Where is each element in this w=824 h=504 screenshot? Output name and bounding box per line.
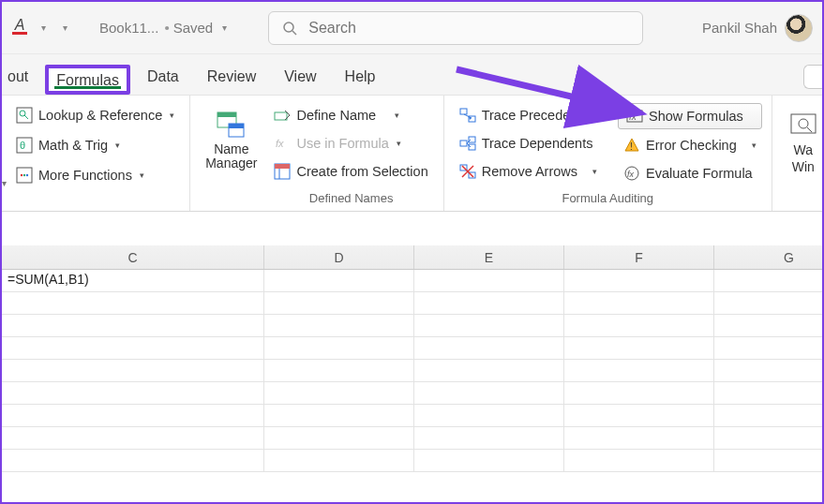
svg-rect-14 — [229, 124, 244, 128]
search-input[interactable] — [308, 20, 629, 37]
trace-dependents-button[interactable]: Trace Dependents — [454, 131, 603, 156]
evaluate-formula-button[interactable]: fx Evaluate Formula — [618, 161, 762, 185]
cell[interactable] — [714, 360, 824, 381]
cell[interactable] — [414, 427, 564, 449]
document-title[interactable]: Book11... Saved ▾ — [99, 19, 231, 37]
cell[interactable] — [714, 450, 824, 471]
watch-window-button[interactable]: Wa Win — [782, 103, 824, 180]
colhead-e[interactable]: E — [414, 245, 564, 269]
remove-arrows-button[interactable]: Remove Arrows ▾ — [454, 159, 603, 184]
svg-text:fx: fx — [627, 170, 635, 179]
cell[interactable] — [414, 450, 564, 471]
svg-rect-20 — [460, 109, 467, 114]
cell[interactable] — [564, 315, 714, 336]
tab-partial-left[interactable]: out — [6, 61, 39, 95]
cell[interactable] — [714, 427, 824, 449]
share-button-partial[interactable] — [803, 65, 822, 89]
search-box[interactable] — [268, 11, 643, 45]
user-name: Pankil Shah — [702, 20, 777, 36]
math-icon: θ — [16, 137, 33, 154]
more-functions-button[interactable]: More Functions▾ — [10, 163, 180, 187]
cell[interactable] — [264, 405, 414, 426]
use-in-formula-button: fx Use in Formula▾ — [268, 131, 433, 156]
cell[interactable] — [264, 315, 414, 336]
user-account[interactable]: Pankil Shah — [702, 14, 813, 42]
svg-point-0 — [284, 22, 293, 32]
tab-help[interactable]: Help — [334, 61, 387, 95]
doc-dropdown[interactable]: ▾ — [218, 19, 231, 37]
font-color-button[interactable]: A — [11, 19, 28, 37]
cell[interactable] — [2, 337, 264, 359]
cell[interactable] — [2, 450, 264, 471]
cell[interactable] — [414, 315, 564, 336]
error-checking-button[interactable]: ! Error Checking ▾ — [618, 133, 762, 157]
cell[interactable] — [264, 270, 414, 291]
cell[interactable] — [564, 450, 714, 471]
cell[interactable] — [2, 292, 264, 314]
define-name-button[interactable]: Define Name ▾ — [268, 103, 433, 127]
cell[interactable] — [2, 405, 264, 426]
svg-text:θ: θ — [20, 140, 25, 151]
svg-rect-39 — [791, 114, 816, 133]
cell[interactable] — [564, 270, 714, 291]
column-headers: C D E F G — [2, 245, 822, 270]
svg-point-9 — [23, 174, 25, 176]
math-trig-button[interactable]: θ Math & Trig▾ — [10, 133, 180, 157]
name-manager-button[interactable]: Name Manager — [200, 103, 262, 207]
cell[interactable] — [564, 360, 714, 381]
tab-formulas[interactable]: Formulas — [45, 65, 130, 95]
cell[interactable] — [564, 427, 714, 449]
group-watch-partial: Wa Win — [772, 96, 824, 211]
svg-text:fx: fx — [629, 111, 637, 122]
grid-row — [2, 315, 822, 337]
cell[interactable] — [414, 270, 564, 291]
cell[interactable] — [714, 315, 824, 336]
cell[interactable] — [414, 337, 564, 359]
qat-customize-dropdown[interactable]: ▾ — [59, 19, 71, 37]
tab-view[interactable]: View — [273, 61, 327, 95]
cell[interactable] — [264, 450, 414, 471]
colhead-d[interactable]: D — [264, 245, 414, 269]
cell[interactable] — [564, 382, 714, 404]
cell[interactable] — [714, 270, 824, 291]
cell[interactable] — [414, 382, 564, 404]
tab-data[interactable]: Data — [136, 61, 190, 95]
cell[interactable] — [264, 427, 414, 449]
lookup-reference-button[interactable]: Lookup & Reference▾ — [10, 103, 180, 127]
use-formula-icon: fx — [274, 135, 291, 152]
font-color-dropdown[interactable]: ▾ — [37, 19, 50, 37]
colhead-f[interactable]: F — [564, 245, 714, 269]
cell[interactable] — [414, 292, 564, 314]
cell[interactable] — [2, 315, 264, 336]
cell[interactable] — [714, 292, 824, 314]
cell[interactable] — [264, 360, 414, 381]
cell[interactable] — [2, 382, 264, 404]
cell[interactable] — [264, 337, 414, 359]
colhead-c[interactable]: C — [2, 245, 264, 269]
cell[interactable] — [414, 405, 564, 426]
cell[interactable]: =SUM(A1,B1) — [2, 270, 264, 291]
quick-access-toolbar: A ▾ ▾ — [11, 19, 71, 37]
cell[interactable] — [564, 405, 714, 426]
cell[interactable] — [264, 292, 414, 314]
cell[interactable] — [714, 382, 824, 404]
cell[interactable] — [2, 427, 264, 449]
cell[interactable] — [714, 405, 824, 426]
cell[interactable] — [2, 360, 264, 381]
svg-rect-15 — [275, 112, 287, 120]
svg-point-10 — [26, 174, 28, 176]
cell[interactable] — [564, 337, 714, 359]
svg-rect-25 — [469, 137, 475, 142]
show-formulas-button[interactable]: fx Show Formulas — [618, 103, 762, 129]
cell[interactable] — [414, 360, 564, 381]
create-from-selection-button[interactable]: Create from Selection — [268, 159, 433, 184]
colhead-g[interactable]: G — [714, 245, 824, 269]
trace-precedents-button[interactable]: Trace Precedents — [454, 103, 603, 127]
cell[interactable] — [564, 292, 714, 314]
cell[interactable] — [714, 337, 824, 359]
trace-precedents-icon — [459, 107, 476, 124]
cell[interactable] — [264, 382, 414, 404]
tab-review[interactable]: Review — [196, 61, 267, 95]
grid-row — [2, 337, 822, 360]
spreadsheet-grid[interactable]: C D E F G =SUM(A1,B1) — [2, 245, 822, 472]
